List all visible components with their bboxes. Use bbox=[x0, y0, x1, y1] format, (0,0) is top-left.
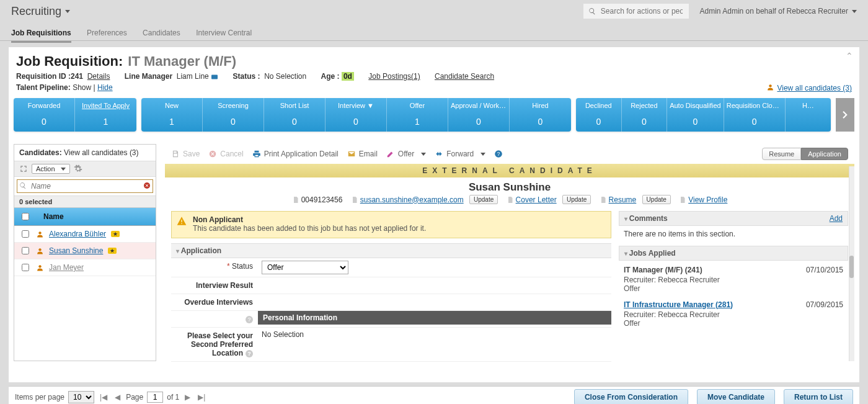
stage-name: Offer bbox=[389, 102, 445, 109]
candidate-search-link[interactable]: Candidate Search bbox=[435, 72, 494, 81]
add-comment-link[interactable]: Add bbox=[830, 214, 843, 223]
req-id: 241 bbox=[71, 72, 83, 81]
stage-count: 0 bbox=[727, 117, 782, 127]
gear-icon[interactable] bbox=[74, 164, 82, 173]
global-search[interactable] bbox=[583, 4, 689, 19]
job-recruiter: Recruiter: Rebecca Recruiter bbox=[624, 276, 720, 284]
update-cover-letter-button[interactable]: Update bbox=[562, 195, 591, 204]
email-button[interactable]: Email bbox=[347, 150, 378, 158]
tab-preferences[interactable]: Preferences bbox=[87, 25, 127, 41]
stage-count: 0 bbox=[205, 117, 261, 127]
tab-interview-central[interactable]: Interview Central bbox=[196, 25, 252, 41]
resume-link[interactable]: Resume bbox=[609, 195, 637, 204]
app-menu[interactable]: Recruiting bbox=[11, 5, 70, 18]
candidate-row[interactable]: Alexandra Bühler ★ bbox=[14, 226, 156, 243]
job-title[interactable]: IT Infrastructure Manager (281) bbox=[624, 300, 733, 309]
person-icon bbox=[36, 230, 44, 238]
select-all-checkbox[interactable] bbox=[22, 213, 29, 220]
pipeline-hide[interactable]: Hide bbox=[97, 83, 113, 92]
offer-dropdown[interactable]: Offer bbox=[386, 150, 426, 158]
info-icon[interactable]: ? bbox=[246, 316, 253, 323]
jobs-applied-header[interactable]: Jobs Applied bbox=[619, 246, 848, 261]
global-search-input[interactable] bbox=[600, 6, 684, 16]
pipeline-stage[interactable]: Interview ▼0 bbox=[326, 98, 387, 132]
items-per-page-label: Items per page bbox=[15, 393, 64, 402]
view-profile-link[interactable]: View Profile bbox=[688, 195, 727, 204]
pipeline-stage[interactable]: Short List0 bbox=[264, 98, 326, 132]
prev-page[interactable]: ◀ bbox=[113, 393, 122, 402]
action-dropdown[interactable]: Action bbox=[32, 164, 70, 174]
user-context-label: Admin Admin on behalf of Rebecca Recruit… bbox=[700, 7, 848, 16]
comments-header[interactable]: CommentsAdd bbox=[619, 211, 848, 226]
candidates-view-all[interactable]: View all candidates (3) bbox=[64, 148, 139, 157]
resume-tab[interactable]: Resume bbox=[762, 148, 801, 160]
page-input[interactable] bbox=[147, 392, 163, 403]
details-link[interactable]: Details bbox=[87, 72, 110, 81]
stage-name: Hired bbox=[512, 102, 569, 109]
pipeline-stage[interactable]: Hired0 bbox=[510, 98, 571, 132]
chevron-right-icon bbox=[839, 109, 851, 120]
candidate-name-link[interactable]: Jan Meyer bbox=[49, 263, 84, 272]
update-resume-button[interactable]: Update bbox=[642, 195, 671, 204]
pipeline-show[interactable]: Show bbox=[73, 83, 91, 92]
save-icon bbox=[171, 150, 180, 158]
svg-point-3 bbox=[38, 231, 41, 234]
scrollbar-thumb[interactable] bbox=[849, 256, 854, 278]
candidate-name-link[interactable]: Alexandra Bühler bbox=[49, 230, 106, 238]
pipeline-stage[interactable]: Auto Disqualified0 bbox=[667, 98, 724, 132]
update-email-button[interactable]: Update bbox=[469, 195, 498, 204]
candidate-row[interactable]: Susan Sunshine ★ bbox=[14, 243, 156, 259]
pipeline-stage[interactable]: Invited To Apply1 bbox=[75, 98, 136, 132]
help-icon[interactable]: ? bbox=[494, 150, 503, 158]
job-postings-link[interactable]: Job Postings(1) bbox=[368, 72, 420, 81]
application-tab[interactable]: Application bbox=[801, 148, 848, 160]
pipeline-stage[interactable]: Screening0 bbox=[203, 98, 264, 132]
pipeline-stage[interactable]: Declined0 bbox=[576, 98, 622, 132]
pipeline-stage[interactable]: New1 bbox=[141, 98, 203, 132]
first-page[interactable]: |◀ bbox=[98, 393, 109, 402]
tab-job-requisitions[interactable]: Job Requisitions bbox=[11, 25, 71, 43]
close-from-consideration-button[interactable]: Close From Consideration bbox=[574, 389, 688, 404]
pipeline-stage[interactable]: Rejected0 bbox=[622, 98, 668, 132]
stage-name: Approval / Works Council bbox=[451, 102, 507, 109]
expand-icon[interactable] bbox=[19, 164, 28, 173]
row-checkbox[interactable] bbox=[22, 230, 29, 238]
line-manager: Liam Line bbox=[177, 72, 209, 81]
pipeline-stage[interactable]: Offer1 bbox=[387, 98, 448, 132]
view-all-candidates-link[interactable]: View all candidates (3) bbox=[766, 83, 852, 93]
cover-letter-link[interactable]: Cover Letter bbox=[516, 195, 557, 204]
stage-count: 0 bbox=[451, 117, 507, 127]
row-checkbox[interactable] bbox=[22, 264, 29, 271]
next-page[interactable]: ▶ bbox=[183, 393, 192, 402]
contact-card-icon[interactable] bbox=[211, 73, 218, 81]
pipeline-stage[interactable]: Approval / Works Council0 bbox=[448, 98, 510, 132]
forward-dropdown[interactable]: Forward bbox=[435, 150, 485, 158]
application-section-header[interactable]: Application bbox=[171, 243, 611, 258]
pipeline-stage[interactable]: Forwarded0 bbox=[14, 98, 75, 132]
pipeline-scroll-right[interactable] bbox=[836, 98, 854, 132]
return-to-list-button[interactable]: Return to List bbox=[784, 389, 853, 404]
scrollbar[interactable] bbox=[849, 166, 854, 361]
print-button[interactable]: Print Application Detail bbox=[252, 150, 339, 158]
move-candidate-button[interactable]: Move Candidate bbox=[697, 389, 775, 404]
tab-candidates[interactable]: Candidates bbox=[143, 25, 180, 41]
candidate-row[interactable]: Jan Meyer bbox=[14, 259, 156, 276]
cancel-icon bbox=[208, 150, 217, 158]
pipeline-stage[interactable]: Requisition Closed0 bbox=[724, 98, 786, 132]
document-icon bbox=[292, 195, 299, 204]
candidate-email[interactable]: susan.sunshine@example.com bbox=[360, 195, 464, 204]
stage-name: New bbox=[144, 102, 200, 109]
last-page[interactable]: ▶| bbox=[196, 393, 207, 402]
clear-icon[interactable] bbox=[143, 182, 151, 189]
info-icon[interactable]: ? bbox=[246, 350, 253, 357]
age-label: Age : bbox=[321, 72, 340, 81]
row-checkbox[interactable] bbox=[22, 247, 29, 254]
candidate-name-link[interactable]: Susan Sunshine bbox=[49, 246, 103, 255]
user-context-menu[interactable]: Admin Admin on behalf of Rebecca Recruit… bbox=[700, 7, 857, 16]
items-per-page-select[interactable]: 10 bbox=[68, 391, 94, 403]
status-select[interactable]: Offer bbox=[262, 261, 348, 274]
pipeline-stage[interactable]: H… bbox=[786, 98, 831, 132]
collapse-page-icon[interactable]: ⌃ bbox=[846, 51, 853, 61]
stage-name: H… bbox=[788, 102, 828, 109]
candidate-name-filter[interactable] bbox=[17, 179, 153, 193]
